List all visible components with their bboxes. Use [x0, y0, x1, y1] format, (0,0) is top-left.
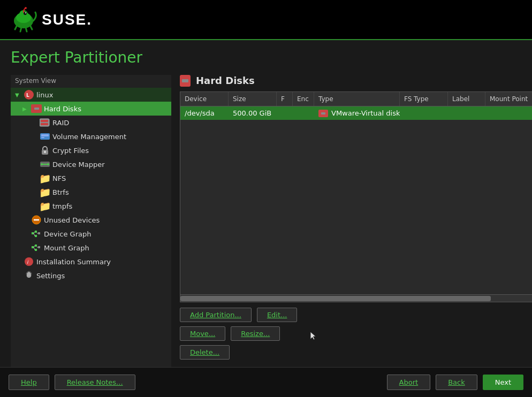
cell-device: /dev/sda — [180, 106, 229, 120]
main-content: Expert Partitioner System View ▼ L linux… — [0, 40, 532, 367]
sidebar-item-settings[interactable]: Settings — [11, 269, 171, 283]
unused-devices-icon — [31, 215, 42, 225]
svg-rect-14 — [41, 123, 48, 125]
cell-fstype — [400, 111, 448, 116]
svg-rect-28 — [35, 235, 37, 237]
sidebar-item-label-installation-summary: Installation Summary — [36, 258, 111, 266]
svg-point-4 — [25, 12, 26, 13]
col-label: Label — [448, 92, 485, 106]
cell-type: VMware-Virtual disk — [314, 106, 400, 120]
svg-rect-33 — [32, 246, 34, 248]
sidebar-item-volume-management[interactable]: Volume Management — [11, 129, 171, 143]
svg-point-22 — [41, 163, 43, 165]
page-title: Expert Partitioner — [11, 49, 521, 66]
sidebar-item-label-raid: RAID — [52, 119, 69, 127]
btn-row-1: Add Partition... Edit... — [180, 308, 532, 322]
next-button[interactable]: Next — [483, 375, 523, 390]
device-graph-icon — [31, 228, 42, 239]
cell-f — [277, 111, 293, 116]
table-header: Device Size F Enc Type FS Type Label Mou… — [180, 92, 532, 106]
table-scrollbar[interactable] — [180, 294, 532, 302]
mount-graph-icon — [31, 242, 42, 253]
logo-text: SUSE. — [42, 11, 92, 28]
btn-row-2: Move... Resize... — [180, 326, 532, 341]
svg-line-38 — [34, 247, 35, 250]
tmpfs-icon: 📁 — [40, 201, 50, 211]
svg-point-23 — [47, 163, 49, 165]
svg-rect-16 — [41, 134, 49, 136]
svg-line-6 — [20, 27, 21, 32]
sidebar-item-tmpfs[interactable]: 📁 tmpfs — [11, 199, 171, 213]
svg-line-31 — [34, 233, 35, 236]
col-device: Device — [180, 92, 229, 106]
buttons-area: Add Partition... Edit... Move... Resize.… — [180, 302, 532, 367]
sidebar-item-label-device-graph: Device Graph — [44, 230, 91, 238]
svg-text:L: L — [26, 93, 29, 98]
panel-header: Hard Disks — [180, 75, 532, 86]
sidebar-item-device-mapper[interactable]: Device Mapper — [11, 157, 171, 171]
sidebar-item-label-crypt-files: Crypt Files — [52, 147, 89, 155]
sidebar-item-nfs[interactable]: 📁 NFS — [11, 171, 171, 185]
help-button[interactable]: Help — [9, 375, 49, 390]
hard-disks-icon — [31, 103, 42, 114]
table-container: Device Size F Enc Type FS Type Label Mou… — [180, 91, 532, 302]
sidebar-item-label-nfs: NFS — [52, 174, 66, 182]
move-button[interactable]: Move... — [180, 326, 225, 341]
panel-hdd-icon — [180, 75, 191, 86]
edit-button[interactable]: Edit... — [257, 308, 298, 322]
btrfs-icon: 📁 — [40, 187, 50, 197]
table-row[interactable]: /dev/sda 500.00 GiB VMware-Virtual disk — [180, 106, 532, 120]
cell-label — [448, 111, 485, 116]
delete-button[interactable]: Delete... — [180, 345, 230, 360]
device-mapper-icon — [40, 159, 50, 170]
btn-row-3: Delete... — [180, 345, 532, 360]
scrollbar-thumb[interactable] — [180, 296, 491, 301]
sidebar-item-installation-summary[interactable]: i Installation Summary — [11, 255, 171, 269]
sidebar-item-label-volume-management: Volume Management — [52, 133, 126, 141]
right-panel: Hard Disks Device Size F Enc Type FS Typ… — [171, 75, 532, 367]
svg-line-5 — [15, 25, 17, 29]
back-button[interactable]: Back — [436, 375, 477, 390]
col-f: F — [277, 92, 293, 106]
svg-line-30 — [34, 232, 35, 233]
col-fstype: FS Type — [400, 92, 448, 106]
resize-button[interactable]: Resize... — [231, 326, 280, 341]
sidebar-item-hard-disks[interactable]: ▶ Hard Disks — [11, 102, 171, 116]
row-hdd-icon — [318, 110, 328, 117]
svg-rect-34 — [35, 245, 37, 247]
sidebar-item-raid[interactable]: RAID — [11, 116, 171, 129]
sidebar-item-mount-graph[interactable]: Mount Graph — [11, 241, 171, 255]
col-mount-point: Mount Point — [485, 92, 532, 106]
linux-icon: L — [24, 89, 34, 100]
sidebar-item-label-settings: Settings — [36, 272, 65, 280]
svg-rect-26 — [32, 232, 34, 234]
sidebar-item-unused-devices[interactable]: Unused Devices — [11, 213, 171, 227]
arrow-linux: ▼ — [15, 92, 21, 98]
col-size: Size — [229, 92, 277, 106]
svg-rect-35 — [35, 249, 37, 251]
sidebar: System View ▼ L linux ▶ Hard Disks — [11, 75, 171, 367]
installation-summary-icon: i — [24, 256, 34, 267]
suse-gecko-icon — [10, 6, 37, 34]
svg-point-9 — [25, 7, 27, 9]
bottom-right-buttons: Abort Back Next — [387, 375, 523, 390]
sidebar-item-label-btrfs: Btrfs — [52, 188, 69, 196]
add-partition-button[interactable]: Add Partition... — [180, 308, 252, 322]
abort-button[interactable]: Abort — [387, 375, 431, 390]
cell-enc — [293, 111, 314, 116]
release-notes-button[interactable]: Release Notes... — [55, 375, 135, 390]
sidebar-item-linux[interactable]: ▼ L linux — [11, 88, 171, 102]
panel-title: Hard Disks — [196, 75, 255, 86]
cell-mount-point — [485, 111, 532, 116]
svg-point-19 — [44, 151, 46, 153]
sidebar-item-label-mount-graph: Mount Graph — [44, 244, 89, 252]
logo: SUSE. — [10, 6, 92, 34]
sidebar-item-crypt-files[interactable]: Crypt Files — [11, 143, 171, 157]
system-view-label: System View — [11, 75, 171, 88]
svg-rect-29 — [38, 232, 40, 234]
sidebar-item-label-unused-devices: Unused Devices — [44, 216, 100, 224]
crypt-files-icon — [40, 145, 50, 156]
sidebar-item-device-graph[interactable]: Device Graph — [11, 227, 171, 241]
sidebar-item-btrfs[interactable]: 📁 Btrfs — [11, 185, 171, 199]
sidebar-item-label-linux: linux — [36, 91, 53, 99]
